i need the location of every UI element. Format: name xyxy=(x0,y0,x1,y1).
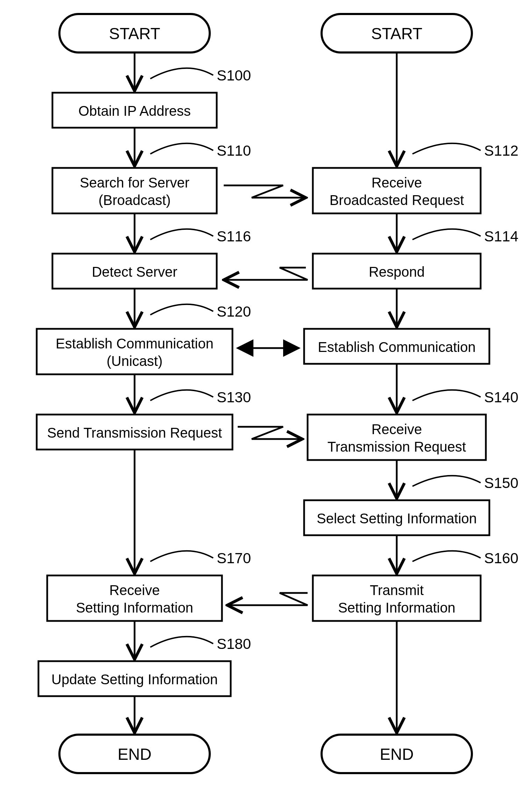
label-s120: S120 xyxy=(217,303,251,320)
text-s170-l1: Receive xyxy=(109,582,160,598)
left-column: START S100 Obtain IP Address S110 Search… xyxy=(37,14,251,773)
leader-s116 xyxy=(150,229,213,240)
label-s116: S116 xyxy=(217,228,251,245)
leader-s130 xyxy=(150,390,213,401)
label-s170: S170 xyxy=(217,550,251,566)
text-s140-l2: Transmission Request xyxy=(328,439,466,454)
label-s180: S180 xyxy=(217,636,251,652)
text-s114: Respond xyxy=(369,264,425,280)
text-s112-l2: Broadcasted Request xyxy=(330,192,464,208)
leader-s112 xyxy=(412,143,481,154)
flowchart: START S100 Obtain IP Address S110 Search… xyxy=(0,0,532,792)
leader-s180 xyxy=(150,637,213,647)
leader-s150 xyxy=(412,476,481,486)
leader-s170 xyxy=(150,551,213,561)
leader-s110 xyxy=(150,143,213,154)
text-s180: Update Setting Information xyxy=(51,672,218,687)
text-s130: Send Transmission Request xyxy=(47,425,222,440)
text-s150: Select Setting Information xyxy=(317,511,477,526)
zig-s114-s116 xyxy=(224,268,308,280)
label-s100: S100 xyxy=(217,67,251,84)
label-s112: S112 xyxy=(484,142,518,159)
text-s170-l2: Setting Information xyxy=(76,600,193,615)
label-s150: S150 xyxy=(484,475,518,491)
leader-s140 xyxy=(412,390,481,401)
left-start-text: START xyxy=(109,24,160,43)
text-s110-l2: (Broadcast) xyxy=(99,192,171,208)
text-s120-l1: Establish Communication xyxy=(56,336,213,351)
right-start-text: START xyxy=(371,24,423,43)
leader-s120 xyxy=(150,304,213,315)
leader-s114 xyxy=(412,229,481,240)
label-s114: S114 xyxy=(484,228,518,245)
text-s116: Detect Server xyxy=(92,264,178,280)
label-s130: S130 xyxy=(217,389,251,405)
label-s160: S160 xyxy=(484,550,518,566)
text-s112-l1: Receive xyxy=(372,175,422,190)
right-column: START S112 Receive Broadcasted Request S… xyxy=(304,14,518,773)
text-s160-l2: Setting Information xyxy=(338,600,455,615)
text-s110-l1: Search for Server xyxy=(80,175,189,190)
text-s100: Obtain IP Address xyxy=(78,103,191,119)
right-end-text: END xyxy=(380,745,414,763)
text-s160-l1: Transmit xyxy=(370,582,424,598)
zig-s160-s170 xyxy=(227,593,308,605)
leader-s160 xyxy=(412,551,481,561)
label-s110: S110 xyxy=(217,142,251,159)
text-s120r: Establish Communication xyxy=(318,339,475,355)
zig-s110-s112 xyxy=(224,185,306,198)
text-s140-l1: Receive xyxy=(372,422,422,437)
left-end-text: END xyxy=(117,745,151,763)
text-s120-l2: (Unicast) xyxy=(107,353,163,369)
zig-s130-s140 xyxy=(238,427,302,439)
leader-s100 xyxy=(150,68,213,79)
label-s140: S140 xyxy=(484,389,518,405)
